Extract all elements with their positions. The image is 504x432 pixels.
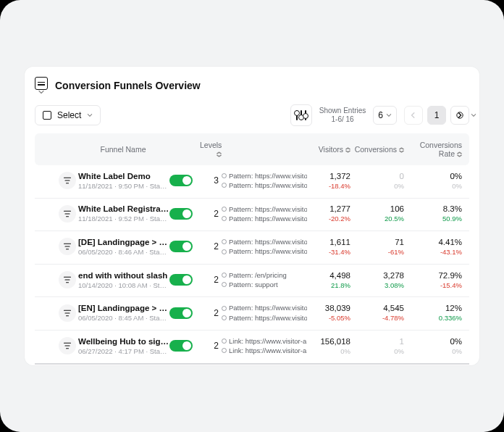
funnel-meta: 06/05/2020 · 8:45 AM · Stan Stati… [78,314,169,322]
chevron-down-icon [386,112,392,118]
funnel-icon [58,304,77,322]
conversions-delta: 0% [350,182,404,190]
funnel-meta: 06/27/2022 · 4:17 PM · Stan Stati… [78,347,169,355]
pattern-line: Pattern: support [229,280,278,289]
sort-icon [399,147,404,153]
shown-entries-label: Shown Entries [319,107,366,116]
pattern-preview: Pattern: https://www.visito… Pattern: ht… [222,303,307,323]
col-funnel-name[interactable]: Funnel Name [77,145,169,154]
pattern-line: Pattern: https://www.visito… [229,246,307,256]
pattern-line: Pattern: https://www.visito… [229,180,307,190]
col-conversions-rate[interactable]: Conversions Rate [404,141,465,158]
content-card: Conversion Funnels Overview Select Shown… [25,67,479,365]
visitors-delta: 21.8% [307,281,350,289]
pin-icon [222,338,227,344]
visitors-value: 38,039 [307,304,350,312]
funnel-icon [58,172,77,189]
levels-value: 2 [200,241,222,252]
rate-delta: 50.9% [404,215,462,223]
table-header: Funnel Name Levels Visitors Conversions … [35,133,469,165]
visitors-delta: 0% [307,347,350,355]
pattern-preview: Pattern: https://www.visito… Pattern: ht… [222,171,307,191]
conversions-delta: 0% [350,347,404,355]
col-rate-label: Conversions Rate [420,141,462,158]
funnel-meta: 11/18/2021 · 9:50 PM · Stan Stati… [78,182,169,190]
pin-icon [222,306,227,311]
conversions-value: 3,278 [350,271,404,280]
pattern-preview: Pattern: https://www.visito… Pattern: ht… [222,204,307,224]
col-visitors[interactable]: Visitors [307,145,350,154]
funnels-table: Funnel Name Levels Visitors Conversions … [35,133,469,365]
pin-icon [222,216,227,221]
levels-value: 3 [200,175,222,186]
pattern-preview: Pattern: https://www.visito… Pattern: ht… [222,237,307,257]
conversions-value: 106 [350,204,404,213]
rate-delta: 0% [404,347,462,355]
table-row[interactable]: [EN] Landingpage > Regist… 06/05/2020 · … [35,297,469,331]
table-row[interactable]: Wellbeing Hub to sign up 06/27/2022 · 4:… [35,331,469,365]
table-row[interactable]: [DE] Landingpage > Regist… 06/05/2020 · … [35,231,469,265]
rate-value: 0% [404,172,462,180]
levels-value: 2 [200,341,222,351]
table-row[interactable]: end with without slash 10/14/2020 · 10:0… [35,265,469,298]
page-size-value: 6 [378,110,383,120]
active-toggle[interactable] [169,340,193,352]
select-label: Select [57,110,81,120]
pattern-line: Pattern: /en/pricing [229,270,287,280]
sort-icon [457,151,462,157]
page-header: Conversion Funnels Overview [35,77,469,94]
levels-value: 2 [200,308,222,318]
shown-entries: Shown Entries 1-6/ 16 [319,107,366,125]
rate-value: 0% [404,337,462,346]
rate-value: 12% [404,304,462,312]
arrow-left-icon [410,112,417,119]
funnel-name: end with without slash [78,271,169,280]
conversions-delta: 20.5% [350,215,404,223]
rate-value: 8.3% [404,204,462,213]
active-toggle[interactable] [169,241,193,252]
pager: 1 [404,106,469,125]
visitors-value: 4,498 [307,271,350,280]
conversions-delta: -61% [350,248,404,256]
pattern-line: Link: https://www.visitor-a… [229,336,307,346]
pattern-preview: Link: https://www.visitor-a… Link: https… [222,336,307,356]
sort-icon [217,151,222,157]
visitors-delta: -18.4% [307,182,350,190]
funnel-name: White Label Demo [78,172,169,180]
current-page[interactable]: 1 [427,106,446,125]
funnel-icon [58,271,77,288]
page-size-dropdown[interactable]: 6 [373,106,397,125]
conversions-value: 71 [350,238,404,246]
table-row[interactable]: White Label Registration 11/18/2021 · 9:… [35,199,469,232]
col-conversions[interactable]: Conversions [350,145,404,154]
funnel-icon [58,238,77,255]
pin-icon [222,183,227,188]
active-toggle[interactable] [169,274,193,286]
select-button[interactable]: Select [35,105,101,125]
rate-value: 72.9% [404,271,462,280]
next-page-button[interactable] [450,106,469,125]
page-title: Conversion Funnels Overview [55,80,201,91]
visitors-value: 156,018 [307,337,350,346]
funnel-name: White Label Registration [78,204,169,213]
funnel-meta: 11/18/2021 · 9:52 PM · Stan Stati… [78,215,169,223]
chevron-down-icon [471,113,476,117]
col-levels[interactable]: Levels [200,141,222,158]
visitors-delta: -20.2% [307,215,350,223]
prev-page-button[interactable] [404,106,423,125]
col-conversions-label: Conversions [355,145,397,154]
pattern-line: Pattern: https://www.visito… [229,303,307,312]
active-toggle[interactable] [169,175,193,186]
funnel-name: [EN] Landingpage > Regist… [78,304,169,312]
pin-icon [222,348,227,353]
active-toggle[interactable] [169,307,193,319]
filter-button[interactable] [290,104,312,126]
funnel-icon [58,205,77,223]
table-row[interactable]: White Label Demo 11/18/2021 · 9:50 PM · … [35,165,469,199]
pattern-line: Pattern: https://www.visito… [229,171,307,180]
levels-value: 2 [200,275,222,285]
active-toggle[interactable] [169,208,193,220]
conversions-delta: 3.08% [350,281,404,289]
chevron-down-icon [38,90,45,94]
funnel-icon [58,337,77,354]
